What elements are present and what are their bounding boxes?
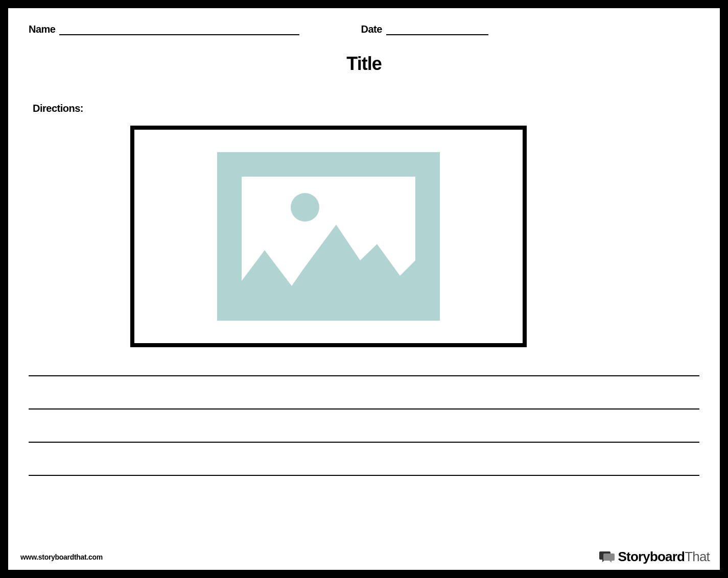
image-placeholder-icon	[217, 152, 440, 321]
writing-line[interactable]	[29, 442, 699, 443]
date-input-line[interactable]	[386, 34, 488, 35]
writing-line[interactable]	[29, 375, 699, 376]
brand-bold: Storyboard	[618, 549, 685, 564]
footer-logo: StoryboardThat	[599, 549, 710, 565]
name-input-line[interactable]	[59, 34, 299, 35]
name-label: Name	[29, 23, 55, 35]
brand-name: StoryboardThat	[618, 549, 710, 565]
worksheet-content: Name Date Title Directions:	[8, 8, 720, 570]
speech-bubble-icon	[599, 550, 615, 564]
worksheet-page: Name Date Title Directions:	[0, 0, 728, 578]
brand-light: That	[685, 549, 710, 564]
image-box[interactable]	[130, 126, 527, 347]
date-field: Date	[361, 23, 488, 35]
footer: www.storyboardthat.com StoryboardThat	[20, 549, 710, 565]
date-label: Date	[361, 23, 382, 35]
footer-url: www.storyboardthat.com	[20, 553, 103, 561]
writing-line[interactable]	[29, 475, 699, 476]
writing-line[interactable]	[29, 408, 699, 410]
header-fields: Name Date	[24, 23, 704, 35]
writing-lines	[24, 375, 704, 476]
directions-label: Directions:	[24, 103, 704, 114]
page-title: Title	[24, 53, 704, 75]
svg-marker-0	[242, 225, 415, 296]
name-field: Name	[29, 23, 299, 35]
